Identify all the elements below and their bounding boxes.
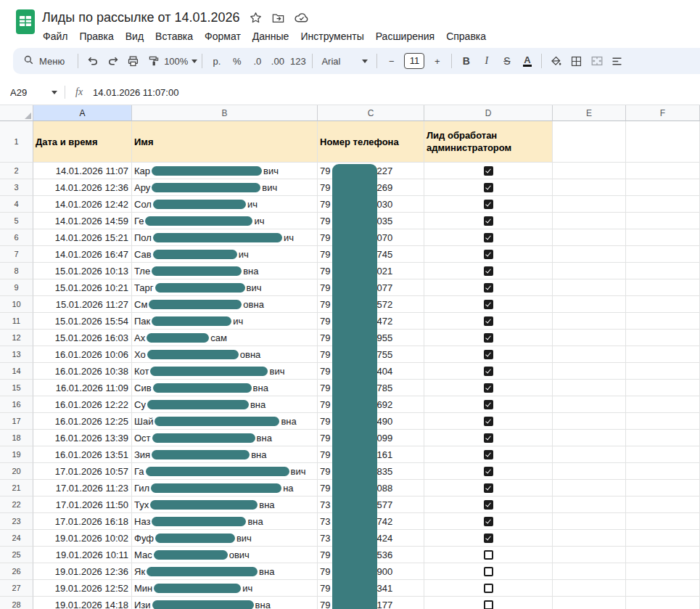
cell-date[interactable]: 16.01.2026 10:38: [33, 363, 132, 380]
cell-processed[interactable]: [424, 213, 553, 229]
cell-phone[interactable]: 79177: [318, 597, 424, 609]
cell-phone[interactable]: 79755: [318, 346, 424, 363]
cell-processed[interactable]: [424, 463, 553, 480]
processed-checkbox[interactable]: [484, 250, 493, 259]
processed-checkbox[interactable]: [484, 350, 493, 359]
processed-checkbox[interactable]: [484, 500, 493, 510]
cell-name[interactable]: Оствна: [132, 430, 318, 446]
cell-date[interactable]: 14.01.2026 14:59: [33, 213, 132, 229]
row-header[interactable]: 23: [0, 513, 33, 530]
cell-phone[interactable]: 79227: [318, 163, 424, 179]
cell-processed[interactable]: [424, 563, 553, 580]
menu-Инструменты[interactable]: Инструменты: [295, 29, 368, 44]
cell-date[interactable]: 16.01.2026 13:39: [33, 430, 132, 446]
empty-cell[interactable]: [626, 380, 700, 396]
menu-Формат[interactable]: Формат: [199, 29, 246, 44]
row-header[interactable]: 19: [0, 446, 33, 463]
row-header[interactable]: 10: [0, 296, 33, 313]
processed-checkbox[interactable]: [484, 517, 493, 526]
cell-phone[interactable]: 79900: [318, 563, 424, 580]
cell-name[interactable]: Хоовна: [132, 346, 318, 363]
row-header[interactable]: 17: [0, 413, 33, 430]
row-header[interactable]: 12: [0, 330, 33, 346]
cell-date[interactable]: 19.01.2026 12:52: [33, 580, 132, 597]
empty-cell[interactable]: [626, 396, 700, 413]
italic-button[interactable]: I: [477, 51, 496, 71]
menu-Правка[interactable]: Правка: [74, 29, 118, 44]
empty-cell[interactable]: [626, 179, 700, 196]
processed-checkbox[interactable]: [484, 266, 493, 276]
empty-cell[interactable]: [626, 446, 700, 463]
cell-date[interactable]: 15.01.2026 10:13: [33, 263, 132, 279]
processed-checkbox[interactable]: [484, 584, 493, 593]
font-select[interactable]: Arial: [317, 51, 372, 71]
empty-cell[interactable]: [626, 229, 700, 246]
processed-checkbox[interactable]: [484, 233, 493, 242]
processed-checkbox[interactable]: [484, 200, 493, 209]
empty-cell[interactable]: [553, 346, 626, 363]
empty-cell[interactable]: [553, 597, 626, 609]
processed-checkbox[interactable]: [484, 400, 493, 409]
empty-cell[interactable]: [626, 213, 700, 229]
number-format-button[interactable]: 123: [288, 51, 308, 71]
cell-processed[interactable]: [424, 580, 553, 597]
column-header-C[interactable]: C: [318, 105, 424, 121]
cell-phone[interactable]: 79692: [318, 396, 424, 413]
cell-name[interactable]: Зиявна: [132, 446, 318, 463]
zoom-select[interactable]: 100%: [164, 51, 197, 71]
cell-phone[interactable]: 79572: [318, 296, 424, 313]
document-title[interactable]: Лиды по рассылке от 14.01.2026: [42, 10, 240, 25]
empty-cell[interactable]: [553, 196, 626, 213]
cell-name[interactable]: Карвич: [132, 163, 318, 179]
empty-cell[interactable]: [553, 563, 626, 580]
cell-date[interactable]: 17.01.2026 11:23: [33, 480, 132, 496]
column-header-F[interactable]: F: [626, 105, 700, 121]
empty-cell[interactable]: [626, 463, 700, 480]
empty-cell[interactable]: [626, 121, 700, 163]
row-header[interactable]: 2: [0, 163, 33, 179]
menu-Вид[interactable]: Вид: [120, 29, 149, 44]
empty-cell[interactable]: [553, 430, 626, 446]
processed-checkbox[interactable]: [484, 467, 493, 476]
empty-cell[interactable]: [553, 213, 626, 229]
row-header[interactable]: 4: [0, 196, 33, 213]
empty-cell[interactable]: [626, 279, 700, 296]
processed-checkbox[interactable]: [484, 600, 493, 609]
cell-processed[interactable]: [424, 179, 553, 196]
cell-phone[interactable]: 79536: [318, 547, 424, 563]
cell-processed[interactable]: [424, 246, 553, 263]
row-header[interactable]: 6: [0, 229, 33, 246]
cell-name[interactable]: Яквна: [132, 563, 318, 580]
row-header[interactable]: 27: [0, 580, 33, 597]
star-icon[interactable]: [249, 11, 263, 25]
empty-cell[interactable]: [553, 463, 626, 480]
row-header[interactable]: 14: [0, 363, 33, 380]
header-cell-processed[interactable]: Лид обработан администратором: [424, 121, 553, 163]
cell-processed[interactable]: [424, 430, 553, 446]
cell-name[interactable]: Котвич: [132, 363, 318, 380]
menu-Вставка[interactable]: Вставка: [150, 29, 198, 44]
row-header[interactable]: 15: [0, 380, 33, 396]
cell-name[interactable]: Фуфвич: [132, 530, 318, 547]
currency-format-button[interactable]: р.: [207, 51, 226, 71]
cell-processed[interactable]: [424, 513, 553, 530]
row-header[interactable]: 21: [0, 480, 33, 496]
cell-date[interactable]: 14.01.2026 11:07: [33, 163, 132, 179]
processed-checkbox[interactable]: [484, 550, 493, 560]
cell-processed[interactable]: [424, 330, 553, 346]
cell-date[interactable]: 15.01.2026 16:03: [33, 330, 132, 346]
cell-name[interactable]: Изивна: [132, 597, 318, 609]
row-header[interactable]: 11: [0, 313, 33, 330]
empty-cell[interactable]: [553, 413, 626, 430]
processed-checkbox[interactable]: [484, 333, 493, 343]
empty-cell[interactable]: [553, 580, 626, 597]
empty-cell[interactable]: [626, 313, 700, 330]
cell-phone[interactable]: 79099: [318, 430, 424, 446]
processed-checkbox[interactable]: [484, 316, 493, 326]
column-header-E[interactable]: E: [553, 105, 626, 121]
row-header[interactable]: 7: [0, 246, 33, 263]
percent-format-button[interactable]: %: [227, 51, 247, 71]
empty-cell[interactable]: [553, 296, 626, 313]
cell-phone[interactable]: 79955: [318, 330, 424, 346]
cell-phone[interactable]: 73577: [318, 496, 424, 513]
